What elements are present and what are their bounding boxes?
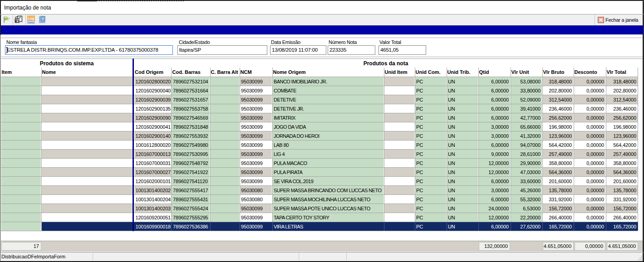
svg-text:?: ? — [41, 16, 44, 21]
svg-text:Log: Log — [28, 17, 34, 20]
